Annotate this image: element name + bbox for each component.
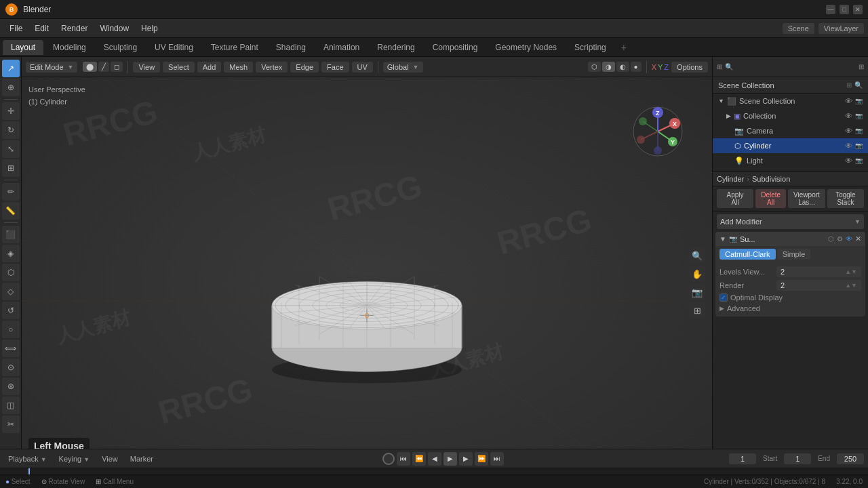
rph-icon-2[interactable]: 🔍 — [725, 63, 733, 70]
outliner-search[interactable]: 🔍 — [854, 81, 863, 89]
nav-gizmo[interactable]: X Y Z — [631, 104, 685, 159]
modifier-settings-icon[interactable]: ⚙ — [837, 235, 843, 243]
outliner-filter[interactable]: ⊞ — [846, 81, 852, 89]
rip-tool[interactable]: ✂ — [2, 415, 20, 433]
simple-tab[interactable]: Simple — [777, 249, 811, 260]
render-value[interactable]: 2 ▲▼ — [776, 280, 861, 291]
collection-render-icon[interactable]: 📷 — [855, 113, 863, 119]
menu-help[interactable]: Help — [136, 22, 163, 35]
marker-menu[interactable]: Marker — [126, 453, 157, 464]
end-frame-input[interactable]: 250 — [837, 453, 864, 464]
scene-dropdown[interactable]: Scene — [783, 23, 814, 34]
smooth-tool[interactable]: ○ — [2, 321, 20, 338]
scale-tool[interactable]: ⤡ — [2, 140, 20, 158]
spin-tool[interactable]: ↺ — [2, 302, 20, 319]
menu-window[interactable]: Window — [94, 22, 134, 35]
modifier-enabled[interactable]: 👁 — [846, 235, 852, 243]
cylinder-render-icon[interactable]: 📷 — [855, 142, 863, 149]
inset-tool[interactable]: ⬛ — [2, 226, 20, 243]
light-render-icon[interactable]: 📷 — [855, 157, 863, 164]
annotate-tool[interactable]: ✏ — [2, 183, 20, 201]
play-button[interactable]: ▶ — [443, 452, 457, 466]
add-menu[interactable]: Add — [197, 62, 222, 73]
tab-modeling[interactable]: Modeling — [45, 40, 94, 55]
rendered-shading[interactable]: ● — [631, 62, 642, 72]
advanced-row[interactable]: ▶ Advanced — [719, 303, 861, 314]
menu-render[interactable]: Render — [56, 22, 93, 35]
cursor-tool[interactable]: ⊕ — [2, 79, 20, 96]
rotate-tool[interactable]: ↻ — [2, 121, 20, 139]
wireframe-shading[interactable]: ⬡ — [588, 62, 601, 72]
move-tool[interactable]: ✛ — [2, 102, 20, 120]
rph-icon-1[interactable]: ⊞ — [717, 63, 722, 70]
jump-start-button[interactable]: ⏮ — [397, 452, 410, 466]
tab-scripting[interactable]: Scripting — [566, 40, 614, 55]
tab-shading[interactable]: Shading — [268, 40, 314, 55]
select-tool[interactable]: ↗ — [2, 60, 20, 77]
face-menu[interactable]: Face — [321, 62, 349, 73]
camera-visibility-icon[interactable]: 👁 — [845, 127, 852, 135]
add-modifier-btn[interactable]: Add Modifier ▼ — [717, 214, 864, 229]
bevel-tool[interactable]: ◈ — [2, 245, 20, 262]
scene-visibility-icon[interactable]: 👁 — [845, 97, 852, 105]
viewport-camera-tool[interactable]: 📷 — [689, 284, 705, 300]
viewport-zoom-tool[interactable]: 🔍 — [689, 247, 705, 264]
outliner-collection[interactable]: ▶ ▣ Collection 👁 📷 — [713, 108, 868, 123]
next-frame-button[interactable]: ⏩ — [475, 452, 488, 466]
face-select-mode[interactable]: ◻ — [111, 62, 123, 72]
viewport-layout-tool[interactable]: ⊞ — [689, 302, 705, 319]
keying-menu[interactable]: Keying▼ — [55, 453, 94, 464]
vertex-select-mode[interactable]: ⬤ — [83, 62, 97, 72]
edge-slide-tool[interactable]: ⟺ — [2, 340, 20, 357]
options-btn[interactable]: Options — [671, 62, 708, 73]
modifier-camera-icon[interactable]: 📷 — [729, 235, 737, 243]
tab-geometry-nodes[interactable]: Geometry Nodes — [487, 40, 565, 55]
scene-render-icon[interactable]: 📷 — [855, 98, 863, 104]
view-menu-timeline[interactable]: View — [98, 453, 122, 464]
levels-view-value[interactable]: 2 ▲▼ — [776, 266, 861, 277]
measure-tool[interactable]: 📏 — [2, 202, 20, 220]
transform-tool[interactable]: ⊞ — [2, 159, 20, 177]
close-button[interactable]: ✕ — [853, 5, 863, 14]
outliner-light[interactable]: 💡 Light 👁 📷 — [713, 153, 868, 168]
shear-tool[interactable]: ◫ — [2, 396, 20, 414]
jump-end-button[interactable]: ⏭ — [490, 452, 504, 466]
next-keyframe-button[interactable]: ▶ — [459, 452, 473, 466]
viewport-pan-tool[interactable]: ✋ — [689, 266, 705, 282]
delete-all-btn[interactable]: Delete All — [755, 189, 786, 208]
menu-file[interactable]: File — [4, 22, 28, 35]
push-pull-tool[interactable]: ⊛ — [2, 378, 20, 395]
start-frame-input[interactable]: 1 — [784, 453, 811, 464]
playback-menu[interactable]: Playback▼ — [4, 453, 51, 464]
tab-sculpting[interactable]: Sculpting — [96, 40, 145, 55]
solid-shading[interactable]: ◑ — [602, 62, 615, 72]
shrink-fatten-tool[interactable]: ⊙ — [2, 359, 20, 376]
collection-visibility-icon[interactable]: 👁 — [845, 112, 852, 120]
modifier-delete-icon[interactable]: ✕ — [855, 235, 861, 243]
catmull-clark-tab[interactable]: Catmull-Clark — [719, 249, 776, 260]
prev-keyframe-button[interactable]: ◀ — [428, 452, 441, 466]
uv-menu[interactable]: UV — [352, 62, 373, 73]
current-frame-input[interactable]: 1 — [729, 453, 756, 464]
transform-dropdown[interactable]: Global▼ — [383, 62, 423, 73]
modifier-header-row[interactable]: ▼ 📷 Su... ⬡ ⚙ 👁 ✕ — [715, 232, 865, 246]
poly-build-tool[interactable]: ◇ — [2, 283, 20, 300]
viewlayer-dropdown[interactable]: ViewLayer — [818, 23, 864, 34]
material-shading[interactable]: ◐ — [616, 62, 629, 72]
tab-compositing[interactable]: Compositing — [425, 40, 486, 55]
view-menu[interactable]: View — [133, 62, 160, 73]
viewport-canvas[interactable]: RRCG 人人素材 RRCG 人人素材 人人素材 RRCG RRCG — [22, 77, 712, 488]
add-workspace-button[interactable]: + — [616, 41, 632, 54]
cylinder-visibility-icon[interactable]: 👁 — [845, 142, 852, 150]
edit-mode-dropdown[interactable]: Edit Mode▼ — [26, 62, 77, 73]
tab-layout[interactable]: Layout — [3, 40, 43, 55]
mesh-menu[interactable]: Mesh — [224, 62, 253, 73]
camera-render-icon[interactable]: 📷 — [855, 127, 863, 134]
outliner-cylinder[interactable]: ⬡ Cylinder 👁 📷 — [713, 138, 868, 153]
prev-frame-button[interactable]: ⏪ — [412, 452, 426, 466]
light-visibility-icon[interactable]: 👁 — [845, 157, 852, 165]
tab-animation[interactable]: Animation — [315, 40, 368, 55]
toggle-stack-btn[interactable]: Toggle Stack — [827, 189, 864, 208]
loop-cut-tool[interactable]: ⬡ — [2, 264, 20, 281]
modifier-expand-icon[interactable]: ▼ — [719, 235, 726, 243]
